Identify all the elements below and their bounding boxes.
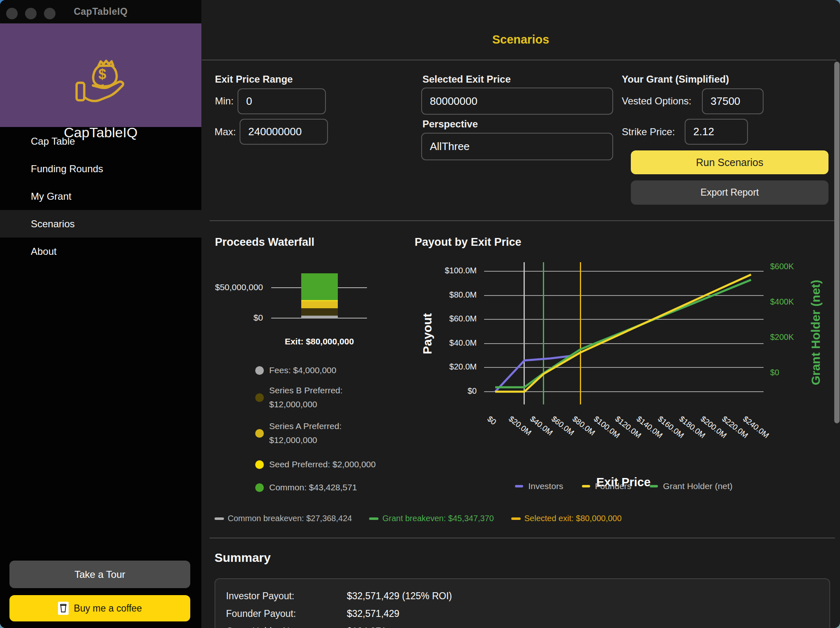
- payout-y-tick: $40.0M: [419, 338, 477, 348]
- breakeven-legend-item: Common breakeven: $27,368,424: [215, 514, 352, 523]
- legend-dash-icon: [515, 485, 523, 487]
- sidebar-item-label: My Grant: [31, 191, 72, 202]
- vertical-scrollbar[interactable]: [834, 62, 840, 423]
- legend-item: Series A Preferred:$12,000,000: [255, 419, 342, 447]
- max-label: Max:: [215, 126, 236, 138]
- waterfall-title: Proceeds Waterfall: [215, 236, 314, 249]
- header-divider: [202, 60, 836, 60]
- sidebar-item-about[interactable]: About: [0, 238, 201, 265]
- legend-line: $12,000,000: [269, 397, 343, 411]
- payout-title: Payout by Exit Price: [415, 236, 522, 249]
- summary-row-value: $32,571,429: [347, 608, 399, 619]
- legend-text: Series B Preferred:$12,000,000: [269, 383, 343, 411]
- sidebar-item-label: Funding Rounds: [31, 163, 103, 175]
- max-exit-price-input[interactable]: 240000000: [240, 119, 328, 145]
- payout-legend-label: Investors: [528, 481, 563, 491]
- strike-price-input[interactable]: 2.12: [685, 119, 748, 145]
- grant-holder-axis-label: Grant Holder (net): [809, 271, 823, 394]
- your-grant-label: Your Grant (Simplified): [622, 74, 729, 85]
- payout-legend-item: Founders: [582, 481, 632, 491]
- payout-legend-label: Grant Holder (net): [663, 481, 732, 491]
- page-title: Scenarios: [201, 33, 840, 46]
- waterfall-x-label: Exit: $80,000,000: [274, 337, 365, 346]
- breakeven-legend: Common breakeven: $27,368,424Grant break…: [215, 514, 831, 523]
- payout-y-tick: $100.0M: [419, 266, 477, 275]
- breakeven-legend-item: Grant breakeven: $45,347,370: [369, 514, 494, 523]
- payout-x-tick: $40.0M: [528, 414, 554, 437]
- legend-line: Common: $43,428,571: [269, 480, 357, 494]
- waterfall-segment-series-b-preferred: [301, 308, 338, 316]
- legend-line: Series A Preferred:: [269, 419, 342, 433]
- selected-exit-price-label: Selected Exit Price: [422, 74, 511, 85]
- summary-row-label: Investor Payout:: [226, 591, 294, 602]
- legend-line: $12,000,000: [269, 433, 342, 447]
- summary-divider: [210, 538, 835, 538]
- payout-y-tick: $20.0M: [419, 362, 477, 372]
- waterfall-y-tick: $0: [193, 313, 263, 323]
- legend-line: Series B Preferred:: [269, 383, 343, 397]
- legend-line: Fees: $4,000,000: [269, 363, 336, 377]
- selected-exit-price-input[interactable]: 80000000: [421, 88, 613, 115]
- legend-dash-icon: [369, 517, 378, 520]
- sidebar-item-funding-rounds[interactable]: Funding Rounds: [0, 155, 201, 182]
- legend-item: Seed Preferred: $2,000,000: [255, 457, 376, 471]
- legend-dot-icon: [255, 393, 264, 402]
- sidebar-item-cap-table[interactable]: Cap Table: [0, 127, 201, 155]
- perspective-select[interactable]: AllThree: [421, 133, 613, 160]
- payout-legend-label: Founders: [595, 481, 632, 491]
- strike-price-label: Strike Price:: [622, 126, 675, 138]
- payout-x-tick: $80.0M: [571, 414, 597, 437]
- legend-dash-icon: [511, 517, 521, 520]
- legend-dot-icon: [255, 366, 264, 375]
- title-bar: CapTableIQ: [0, 0, 201, 23]
- summary-row-label: Grant Holder Net:: [226, 626, 300, 628]
- app-window: CapTableIQ $ CapTableIQ Take a Tour Buy …: [0, 0, 840, 628]
- svg-text:$: $: [98, 66, 106, 82]
- summary-row-value: $32,571,429 (125% ROI): [347, 591, 452, 602]
- waterfall-segment-common: [301, 273, 338, 300]
- payout-y-tick: $80.0M: [419, 290, 477, 300]
- sidebar-item-label: About: [31, 246, 57, 257]
- breakeven-legend-label: Selected exit: $80,000,000: [524, 514, 622, 523]
- payout-legend: InvestorsFoundersGrant Holder (net): [484, 481, 764, 491]
- sidebar-item-scenarios[interactable]: Scenarios: [0, 210, 201, 238]
- payout-y-tick: $0: [419, 386, 477, 396]
- legend-line: Seed Preferred: $2,000,000: [269, 457, 376, 471]
- waterfall-y-tick: $50,000,000: [193, 282, 263, 292]
- sidebar-item-my-grant[interactable]: My Grant: [0, 182, 201, 210]
- perspective-label: Perspective: [422, 118, 478, 130]
- grant-y-tick: $200K: [770, 332, 794, 342]
- vested-options-label: Vested Options:: [622, 95, 691, 107]
- summary-row-value: $134,971: [347, 626, 386, 628]
- payout-x-tick: $60.0M: [549, 414, 575, 437]
- legend-item: Series B Preferred:$12,000,000: [255, 383, 343, 411]
- export-report-button[interactable]: Export Report: [631, 180, 828, 205]
- run-scenarios-button[interactable]: Run Scenarios: [631, 150, 828, 174]
- payout-axis-label: Payout: [420, 301, 434, 367]
- payout-y-tick: $60.0M: [419, 314, 477, 323]
- vested-options-input[interactable]: 37500: [702, 88, 764, 114]
- waterfall-segment-fees: [301, 316, 338, 318]
- waterfall-segment-series-a-preferred: [301, 301, 338, 309]
- grant-y-tick: $600K: [770, 262, 794, 271]
- legend-dash-icon: [582, 485, 590, 487]
- sidebar-item-label: Scenarios: [31, 218, 75, 230]
- min-label: Min:: [215, 95, 233, 107]
- sidebar-hero: $ CapTableIQ: [0, 23, 201, 127]
- take-a-tour-button[interactable]: Take a Tour: [9, 561, 190, 588]
- buy-me-a-coffee-button[interactable]: Buy me a coffee: [9, 595, 190, 621]
- legend-dash-icon: [650, 485, 658, 487]
- summary-title: Summary: [215, 551, 271, 565]
- legend-item: Common: $43,428,571: [255, 480, 357, 494]
- coffee-cup-icon: [58, 602, 69, 615]
- legend-dot-icon: [255, 429, 264, 438]
- payout-legend-item: Grant Holder (net): [650, 481, 732, 491]
- legend-text: Common: $43,428,571: [269, 480, 357, 494]
- payout-x-tick: $0: [485, 414, 498, 427]
- legend-dash-icon: [215, 517, 224, 520]
- min-exit-price-input[interactable]: 0: [238, 88, 326, 114]
- summary-box: Investor Payout:$32,571,429 (125% ROI)Fo…: [215, 578, 830, 628]
- payout-legend-item: Investors: [515, 481, 563, 491]
- legend-text: Seed Preferred: $2,000,000: [269, 457, 376, 471]
- grant-y-tick: $400K: [770, 297, 794, 307]
